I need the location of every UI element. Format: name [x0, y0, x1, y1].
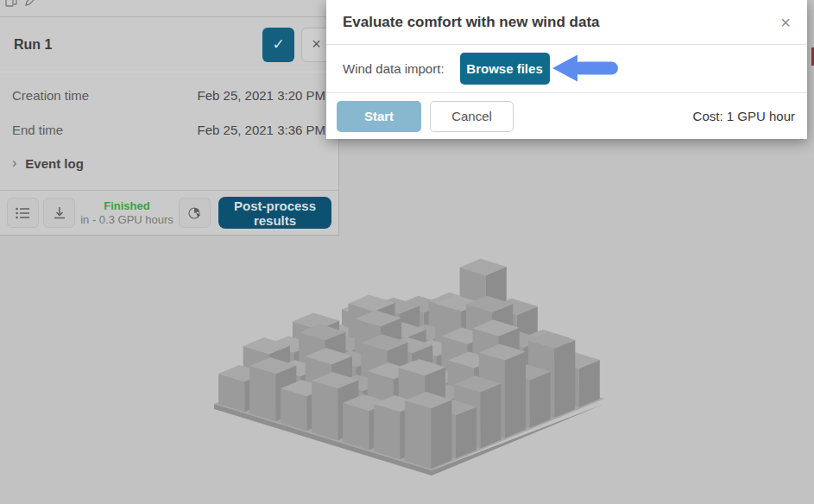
copy-icon[interactable] [4, 0, 18, 11]
end-time-label: End time [12, 123, 63, 137]
browse-files-button[interactable]: Browse files [460, 53, 550, 85]
check-icon: ✓ [272, 35, 284, 54]
run-actions-bar: Finished in - 0.3 GPU hours Post-process… [0, 190, 338, 235]
download-results-button[interactable] [43, 198, 75, 228]
edit-pencil-icon[interactable] [23, 0, 37, 11]
run-status: Finished in - 0.3 GPU hours [80, 199, 174, 226]
event-log-toggle[interactable]: › Event log [12, 147, 325, 180]
dialog-close-button[interactable]: × [777, 12, 794, 33]
dialog-body: Wind data import: Browse files [326, 45, 807, 93]
end-time-value: Feb 25, 2021 3:36 PM [198, 123, 325, 137]
end-time-row: End time Feb 25, 2021 3:36 PM [12, 112, 325, 147]
pie-chart-icon [187, 205, 202, 220]
run-title: Run 1 [14, 37, 262, 53]
dialog-header: Evaluate comfort with new wind data × [326, 0, 807, 45]
convergence-plot-button[interactable] [179, 198, 211, 228]
confirm-run-button[interactable]: ✓ [262, 28, 294, 62]
evaluate-comfort-dialog: Evaluate comfort with new wind data × Wi… [326, 0, 807, 139]
creation-time-row: Creation time Feb 25, 2021 3:20 PM [12, 78, 325, 112]
run-info: Creation time Feb 25, 2021 3:20 PM End t… [0, 72, 338, 180]
run-header: Run 1 ✓ × [0, 17, 338, 72]
status-gpu-hours-text: in - 0.3 GPU hours [80, 213, 174, 227]
status-finished-text: Finished [80, 199, 174, 213]
chevron-right-icon: › [12, 155, 16, 171]
panel-toolbar [0, 0, 338, 17]
list-icon [16, 206, 31, 220]
wind-data-import-label: Wind data import: [343, 61, 445, 76]
download-icon [53, 206, 66, 220]
start-button[interactable]: Start [337, 101, 421, 132]
post-process-results-button[interactable]: Post-process results [218, 197, 331, 229]
log-list-button[interactable] [7, 198, 39, 228]
close-icon: × [780, 13, 791, 32]
creation-time-label: Creation time [12, 88, 89, 103]
cancel-button[interactable]: Cancel [430, 101, 514, 132]
creation-time-value: Feb 25, 2021 3:20 PM [198, 88, 325, 103]
run-panel: Run 1 ✓ × Creation time Feb 25, 2021 3:2… [0, 0, 339, 236]
dialog-footer: Start Cancel Cost: 1 GPU hour [326, 93, 807, 139]
dialog-title: Evaluate comfort with new wind data [343, 14, 777, 31]
event-log-label: Event log [25, 156, 84, 171]
pointer-arrow-icon [552, 53, 623, 87]
cost-label: Cost: 1 GPU hour [693, 109, 795, 123]
close-icon: × [312, 35, 321, 54]
